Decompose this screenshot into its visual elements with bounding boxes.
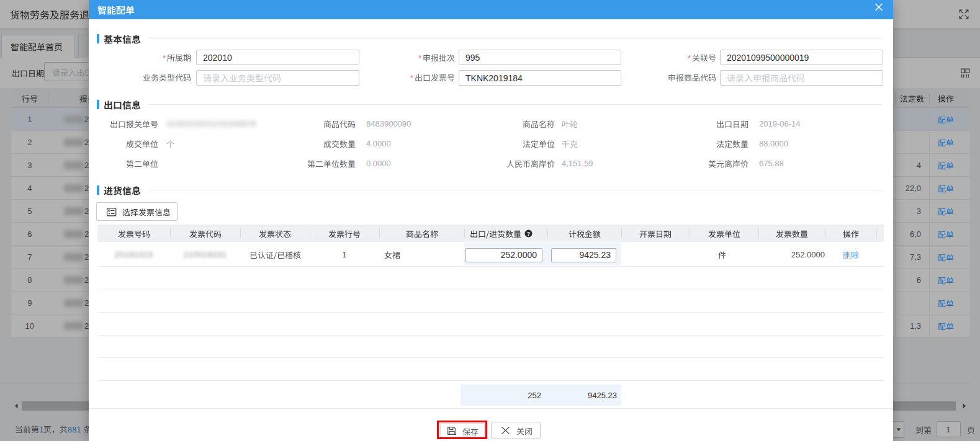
svg-text:?: ? — [527, 231, 531, 237]
